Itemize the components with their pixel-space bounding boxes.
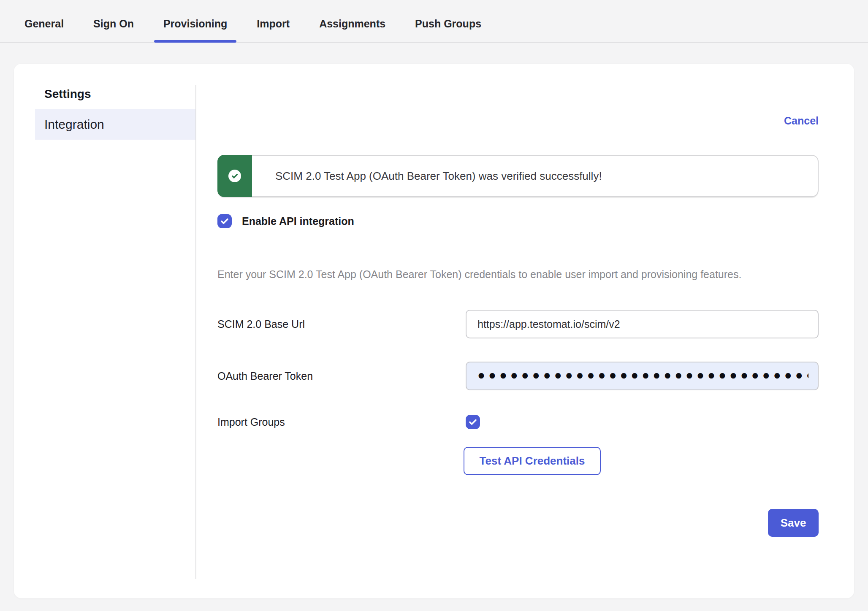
checkmark-icon (220, 216, 230, 226)
import-groups-label: Import Groups (217, 416, 466, 428)
test-api-credentials-button[interactable]: Test API Credentials (464, 447, 601, 475)
base-url-row: SCIM 2.0 Base Url (217, 310, 819, 338)
form-header-actions: Cancel (217, 114, 819, 127)
enable-api-row: Enable API integration (217, 214, 819, 228)
import-groups-checkbox[interactable] (466, 415, 480, 429)
sidebar-item-label: Integration (44, 117, 104, 132)
enable-api-label: Enable API integration (242, 215, 354, 227)
cancel-link[interactable]: Cancel (784, 114, 819, 127)
integration-form-panel: Cancel SCIM 2.0 Test App (OAuth Bearer T… (196, 64, 855, 598)
success-banner: SCIM 2.0 Test App (OAuth Bearer Token) w… (217, 155, 819, 197)
success-banner-accent (217, 155, 252, 197)
bearer-token-input[interactable] (466, 362, 819, 390)
tab-sign-on[interactable]: Sign On (84, 6, 143, 42)
bearer-token-label: OAuth Bearer Token (217, 370, 466, 382)
save-button[interactable]: Save (768, 509, 819, 537)
test-credentials-row: Test API Credentials (217, 447, 819, 475)
app-tabbar: General Sign On Provisioning Import Assi… (0, 0, 868, 43)
credentials-description: Enter your SCIM 2.0 Test App (OAuth Bear… (217, 265, 796, 284)
base-url-input[interactable] (466, 310, 819, 338)
base-url-label: SCIM 2.0 Base Url (217, 318, 466, 330)
enable-api-checkbox[interactable] (217, 214, 232, 228)
tab-general[interactable]: General (15, 6, 73, 42)
success-check-icon (228, 170, 241, 182)
bearer-token-row: OAuth Bearer Token (217, 362, 819, 390)
import-groups-row: Import Groups (217, 415, 819, 429)
settings-sidebar: Settings Integration (14, 64, 195, 598)
provisioning-card: Settings Integration Cancel SCIM 2.0 Tes… (14, 64, 854, 598)
success-banner-message: SCIM 2.0 Test App (OAuth Bearer Token) w… (275, 170, 602, 183)
checkmark-icon (468, 417, 478, 427)
tab-assignments[interactable]: Assignments (310, 6, 395, 42)
tab-push-groups[interactable]: Push Groups (406, 6, 491, 42)
sidebar-heading: Settings (44, 87, 195, 101)
save-row: Save (217, 509, 819, 537)
sidebar-item-integration[interactable]: Integration (35, 109, 195, 140)
tab-provisioning[interactable]: Provisioning (154, 6, 236, 42)
tab-import[interactable]: Import (247, 6, 299, 42)
